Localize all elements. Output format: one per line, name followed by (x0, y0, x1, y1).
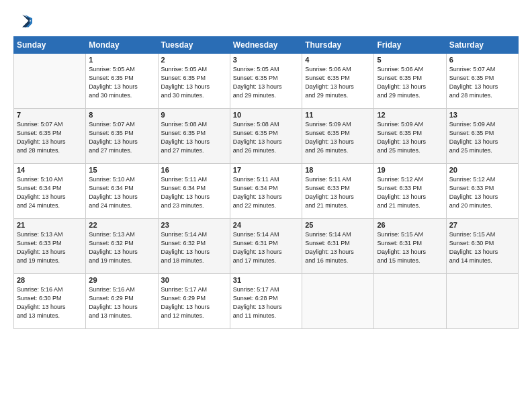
calendar-cell: 1Sunrise: 5:05 AM Sunset: 6:35 PM Daylig… (86, 54, 158, 109)
calendar-week-row: 21Sunrise: 5:13 AM Sunset: 6:33 PM Dayli… (14, 219, 519, 274)
day-info: Sunrise: 5:12 AM Sunset: 6:33 PM Dayligh… (377, 175, 443, 210)
day-info: Sunrise: 5:08 AM Sunset: 6:35 PM Dayligh… (161, 120, 227, 155)
calendar-cell (446, 274, 518, 329)
calendar-week-row: 14Sunrise: 5:10 AM Sunset: 6:34 PM Dayli… (14, 164, 519, 219)
day-info: Sunrise: 5:11 AM Sunset: 6:34 PM Dayligh… (161, 175, 227, 210)
weekday-header: Sunday (14, 37, 86, 54)
header (13, 12, 519, 31)
day-info: Sunrise: 5:14 AM Sunset: 6:31 PM Dayligh… (305, 230, 371, 265)
day-info: Sunrise: 5:11 AM Sunset: 6:33 PM Dayligh… (305, 175, 371, 210)
calendar-cell: 21Sunrise: 5:13 AM Sunset: 6:33 PM Dayli… (14, 219, 86, 274)
calendar-cell: 9Sunrise: 5:08 AM Sunset: 6:35 PM Daylig… (158, 109, 230, 164)
day-number: 1 (89, 56, 154, 64)
day-number: 11 (305, 111, 371, 119)
calendar-cell: 4Sunrise: 5:06 AM Sunset: 6:35 PM Daylig… (302, 54, 374, 109)
day-number: 2 (161, 56, 227, 64)
calendar-cell (14, 54, 86, 109)
day-info: Sunrise: 5:17 AM Sunset: 6:29 PM Dayligh… (161, 285, 227, 320)
day-number: 3 (233, 56, 299, 64)
weekday-header: Friday (374, 37, 446, 54)
calendar-cell: 18Sunrise: 5:11 AM Sunset: 6:33 PM Dayli… (302, 164, 374, 219)
calendar-cell: 7Sunrise: 5:07 AM Sunset: 6:35 PM Daylig… (14, 109, 86, 164)
day-number: 30 (161, 276, 227, 284)
day-number: 18 (305, 166, 371, 174)
day-info: Sunrise: 5:12 AM Sunset: 6:33 PM Dayligh… (449, 175, 515, 210)
day-info: Sunrise: 5:11 AM Sunset: 6:34 PM Dayligh… (233, 175, 299, 210)
day-number: 21 (17, 221, 83, 229)
calendar-cell: 3Sunrise: 5:05 AM Sunset: 6:35 PM Daylig… (230, 54, 302, 109)
calendar-cell: 20Sunrise: 5:12 AM Sunset: 6:33 PM Dayli… (446, 164, 518, 219)
calendar-cell: 19Sunrise: 5:12 AM Sunset: 6:33 PM Dayli… (374, 164, 446, 219)
day-info: Sunrise: 5:06 AM Sunset: 6:35 PM Dayligh… (377, 65, 443, 100)
day-number: 26 (377, 221, 443, 229)
logo-icon (13, 12, 32, 31)
calendar-cell: 29Sunrise: 5:16 AM Sunset: 6:29 PM Dayli… (86, 274, 158, 329)
calendar-cell: 15Sunrise: 5:10 AM Sunset: 6:34 PM Dayli… (86, 164, 158, 219)
day-info: Sunrise: 5:10 AM Sunset: 6:34 PM Dayligh… (89, 175, 154, 210)
calendar-cell: 11Sunrise: 5:09 AM Sunset: 6:35 PM Dayli… (302, 109, 374, 164)
day-info: Sunrise: 5:07 AM Sunset: 6:35 PM Dayligh… (449, 65, 515, 100)
day-info: Sunrise: 5:07 AM Sunset: 6:35 PM Dayligh… (89, 120, 154, 155)
calendar-cell: 25Sunrise: 5:14 AM Sunset: 6:31 PM Dayli… (302, 219, 374, 274)
day-number: 13 (449, 111, 515, 119)
day-number: 10 (233, 111, 299, 119)
calendar-cell: 6Sunrise: 5:07 AM Sunset: 6:35 PM Daylig… (446, 54, 518, 109)
day-number: 31 (233, 276, 299, 284)
day-info: Sunrise: 5:13 AM Sunset: 6:32 PM Dayligh… (89, 230, 154, 265)
calendar-cell: 10Sunrise: 5:08 AM Sunset: 6:35 PM Dayli… (230, 109, 302, 164)
day-info: Sunrise: 5:10 AM Sunset: 6:34 PM Dayligh… (17, 175, 83, 210)
day-number: 29 (89, 276, 154, 284)
day-info: Sunrise: 5:13 AM Sunset: 6:33 PM Dayligh… (17, 230, 83, 265)
day-number: 20 (449, 166, 515, 174)
day-number: 24 (233, 221, 299, 229)
day-number: 6 (449, 56, 515, 64)
calendar-cell: 23Sunrise: 5:14 AM Sunset: 6:32 PM Dayli… (158, 219, 230, 274)
calendar-cell: 17Sunrise: 5:11 AM Sunset: 6:34 PM Dayli… (230, 164, 302, 219)
day-number: 8 (89, 111, 154, 119)
calendar-cell: 28Sunrise: 5:16 AM Sunset: 6:30 PM Dayli… (14, 274, 86, 329)
weekday-header: Thursday (302, 37, 374, 54)
day-info: Sunrise: 5:09 AM Sunset: 6:35 PM Dayligh… (449, 120, 515, 155)
day-info: Sunrise: 5:14 AM Sunset: 6:32 PM Dayligh… (161, 230, 227, 265)
day-number: 28 (17, 276, 83, 284)
calendar-cell: 13Sunrise: 5:09 AM Sunset: 6:35 PM Dayli… (446, 109, 518, 164)
calendar-cell: 24Sunrise: 5:14 AM Sunset: 6:31 PM Dayli… (230, 219, 302, 274)
day-number: 25 (305, 221, 371, 229)
day-number: 17 (233, 166, 299, 174)
calendar-cell: 30Sunrise: 5:17 AM Sunset: 6:29 PM Dayli… (158, 274, 230, 329)
calendar-cell: 31Sunrise: 5:17 AM Sunset: 6:28 PM Dayli… (230, 274, 302, 329)
day-info: Sunrise: 5:05 AM Sunset: 6:35 PM Dayligh… (89, 65, 154, 100)
calendar-table: SundayMondayTuesdayWednesdayThursdayFrid… (13, 36, 519, 329)
day-info: Sunrise: 5:16 AM Sunset: 6:29 PM Dayligh… (89, 285, 154, 320)
day-info: Sunrise: 5:15 AM Sunset: 6:31 PM Dayligh… (377, 230, 443, 265)
day-info: Sunrise: 5:06 AM Sunset: 6:35 PM Dayligh… (305, 65, 371, 100)
day-number: 14 (17, 166, 83, 174)
day-info: Sunrise: 5:14 AM Sunset: 6:31 PM Dayligh… (233, 230, 299, 265)
day-info: Sunrise: 5:05 AM Sunset: 6:35 PM Dayligh… (161, 65, 227, 100)
calendar-cell (374, 274, 446, 329)
day-number: 19 (377, 166, 443, 174)
day-number: 23 (161, 221, 227, 229)
calendar-cell: 27Sunrise: 5:15 AM Sunset: 6:30 PM Dayli… (446, 219, 518, 274)
calendar-week-row: 1Sunrise: 5:05 AM Sunset: 6:35 PM Daylig… (14, 54, 519, 109)
calendar-week-row: 28Sunrise: 5:16 AM Sunset: 6:30 PM Dayli… (14, 274, 519, 329)
day-number: 15 (89, 166, 154, 174)
calendar-cell: 2Sunrise: 5:05 AM Sunset: 6:35 PM Daylig… (158, 54, 230, 109)
day-number: 7 (17, 111, 83, 119)
day-number: 16 (161, 166, 227, 174)
weekday-header: Wednesday (230, 37, 302, 54)
day-number: 9 (161, 111, 227, 119)
day-info: Sunrise: 5:16 AM Sunset: 6:30 PM Dayligh… (17, 285, 83, 320)
calendar-cell: 14Sunrise: 5:10 AM Sunset: 6:34 PM Dayli… (14, 164, 86, 219)
calendar-cell: 12Sunrise: 5:09 AM Sunset: 6:35 PM Dayli… (374, 109, 446, 164)
day-number: 12 (377, 111, 443, 119)
calendar-cell (302, 274, 374, 329)
page: SundayMondayTuesdayWednesdayThursdayFrid… (0, 0, 532, 411)
day-info: Sunrise: 5:09 AM Sunset: 6:35 PM Dayligh… (305, 120, 371, 155)
calendar-cell: 8Sunrise: 5:07 AM Sunset: 6:35 PM Daylig… (86, 109, 158, 164)
day-number: 4 (305, 56, 371, 64)
calendar-cell: 26Sunrise: 5:15 AM Sunset: 6:31 PM Dayli… (374, 219, 446, 274)
day-info: Sunrise: 5:17 AM Sunset: 6:28 PM Dayligh… (233, 285, 299, 320)
header-row: SundayMondayTuesdayWednesdayThursdayFrid… (14, 37, 519, 54)
weekday-header: Saturday (446, 37, 518, 54)
